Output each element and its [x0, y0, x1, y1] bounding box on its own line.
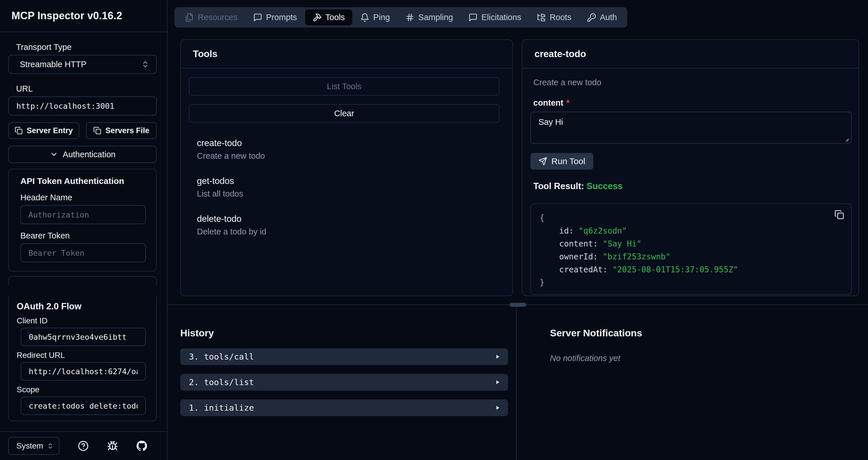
- expand-triangle-icon: [494, 379, 501, 385]
- bug-report-button[interactable]: [107, 440, 118, 451]
- tab-tools[interactable]: Tools: [305, 9, 352, 25]
- tab-label: Roots: [550, 12, 571, 22]
- redirect-url-label: Redirect URL: [17, 351, 146, 360]
- json-value: "q6z2sodn": [578, 226, 627, 236]
- tab-resources[interactable]: Resources: [177, 9, 245, 25]
- copy-icon: [14, 127, 23, 135]
- json-value: "Say Hi": [603, 239, 642, 249]
- json-key: id:: [539, 226, 578, 236]
- content-field-label-row: content*: [533, 98, 851, 108]
- tab-ping[interactable]: Ping: [353, 9, 397, 25]
- tool-description: Delete a todo by id: [197, 226, 499, 237]
- json-key: createdAt:: [539, 265, 612, 274]
- client-id-input[interactable]: [21, 328, 146, 346]
- authentication-toggle-label: Authentication: [63, 150, 116, 159]
- server-entry-button[interactable]: Server Entry: [8, 122, 79, 139]
- main-area: Resources Prompts Tools Ping Sampling El…: [167, 0, 868, 460]
- sidebar: MCP Inspector v0.16.2 Transport Type Str…: [0, 0, 167, 460]
- tools-panel-header: Tools: [181, 40, 513, 69]
- theme-select[interactable]: System: [8, 437, 59, 455]
- copy-result-button[interactable]: [834, 210, 844, 220]
- tab-auth[interactable]: Auth: [580, 9, 625, 25]
- server-notifications-panel: Server Notifications No notifications ye…: [517, 305, 868, 460]
- run-tool-button[interactable]: Run Tool: [530, 153, 593, 170]
- expand-triangle-icon: [494, 405, 501, 411]
- server-entry-label: Server Entry: [27, 126, 73, 135]
- server-buttons-row: Server Entry Servers File: [8, 122, 157, 139]
- tool-list-item[interactable]: create-todo Create a new todo: [197, 137, 499, 161]
- footer-icons: [78, 440, 147, 451]
- bottom-panes: History 3. tools/call 2. tools/list 1. i…: [167, 305, 868, 460]
- list-tools-button[interactable]: List Tools: [189, 77, 499, 96]
- copy-icon: [834, 210, 844, 220]
- sidebar-header: MCP Inspector v0.16.2: [0, 0, 167, 32]
- history-row[interactable]: 3. tools/call: [180, 349, 508, 365]
- json-key: ownerId:: [539, 252, 603, 261]
- folder-tree-icon: [537, 13, 546, 22]
- json-brace: }: [539, 278, 545, 287]
- tab-label: Sampling: [418, 12, 453, 22]
- tab-bar: Resources Prompts Tools Ping Sampling El…: [175, 7, 627, 28]
- authentication-toggle[interactable]: Authentication: [8, 146, 157, 163]
- tab-label: Elicitations: [482, 12, 521, 22]
- tool-result-status: Success: [586, 181, 623, 191]
- github-button[interactable]: [136, 440, 147, 451]
- message-square-icon: [468, 13, 477, 22]
- tool-run-panel: create-todo Create a new todo content* S…: [522, 39, 859, 296]
- github-icon: [136, 440, 147, 451]
- result-json-block: { id: "q6z2sodn" content: "Say Hi" owner…: [530, 203, 851, 295]
- tab-label: Tools: [326, 12, 345, 22]
- bell-icon: [360, 13, 369, 22]
- clipped-card-top: [8, 276, 157, 285]
- api-token-auth-card: API Token Authentication Header Name Bea…: [8, 169, 157, 271]
- bearer-token-label: Bearer Token: [20, 231, 146, 240]
- tools-panel-body: List Tools Clear create-todo Create a ne…: [181, 69, 513, 251]
- json-line: {: [539, 211, 842, 224]
- tool-list-item[interactable]: get-todos List all todos: [197, 175, 499, 199]
- chevrons-up-down-icon: [141, 60, 149, 68]
- resize-handle-icon[interactable]: [843, 136, 849, 142]
- json-line: createdAt: "2025-08-01T15:37:05.955Z": [539, 263, 842, 276]
- tab-label: Resources: [198, 12, 238, 22]
- header-name-input[interactable]: [20, 205, 146, 224]
- send-icon: [538, 157, 547, 166]
- tab-label: Ping: [373, 12, 390, 22]
- content-textarea[interactable]: Say Hi: [530, 111, 851, 144]
- history-row[interactable]: 1. initialize: [180, 399, 508, 416]
- json-brace: {: [539, 213, 545, 223]
- servers-file-button[interactable]: Servers File: [86, 122, 157, 139]
- horizontal-pane-divider: [167, 304, 868, 305]
- tab-roots[interactable]: Roots: [529, 9, 579, 25]
- pane-resize-handle[interactable]: [509, 303, 526, 307]
- oauth-flow-title: OAuth 2.0 Flow: [17, 301, 146, 311]
- tool-run-header: create-todo: [522, 40, 859, 69]
- content-textarea-wrap: Say Hi: [530, 111, 851, 145]
- json-value: "bzif253zswnb": [603, 252, 671, 261]
- chevrons-up-down-icon: [47, 442, 54, 449]
- tab-prompts[interactable]: Prompts: [246, 9, 305, 25]
- history-row[interactable]: 2. tools/list: [180, 374, 508, 391]
- redirect-url-input[interactable]: [21, 362, 146, 381]
- json-line: id: "q6z2sodn": [539, 224, 842, 237]
- json-line: }: [539, 276, 842, 289]
- transport-type-select[interactable]: Streamable HTTP: [8, 55, 157, 74]
- header-name-label: Header Name: [20, 193, 146, 202]
- tool-list-item[interactable]: delete-todo Delete a todo by id: [197, 213, 499, 237]
- clear-tools-button[interactable]: Clear: [189, 104, 499, 123]
- history-panel: History 3. tools/call 2. tools/list 1. i…: [167, 305, 517, 460]
- sidebar-scroll-area[interactable]: Transport Type Streamable HTTP URL Serve…: [0, 32, 167, 431]
- required-asterisk: *: [566, 98, 569, 107]
- tab-label: Prompts: [266, 12, 297, 22]
- transport-type-value: Streamable HTTP: [20, 60, 141, 69]
- bearer-token-input[interactable]: [20, 243, 146, 262]
- tool-name: get-todos: [197, 175, 499, 187]
- url-input[interactable]: [8, 96, 157, 116]
- key-icon: [587, 13, 596, 22]
- theme-value: System: [17, 441, 43, 451]
- tool-run-title: create-todo: [534, 48, 586, 59]
- history-row-label: 2. tools/list: [189, 377, 494, 387]
- tab-sampling[interactable]: Sampling: [398, 9, 460, 25]
- scope-input[interactable]: [21, 397, 146, 415]
- tab-elicitations[interactable]: Elicitations: [461, 9, 529, 25]
- help-button[interactable]: [78, 440, 89, 451]
